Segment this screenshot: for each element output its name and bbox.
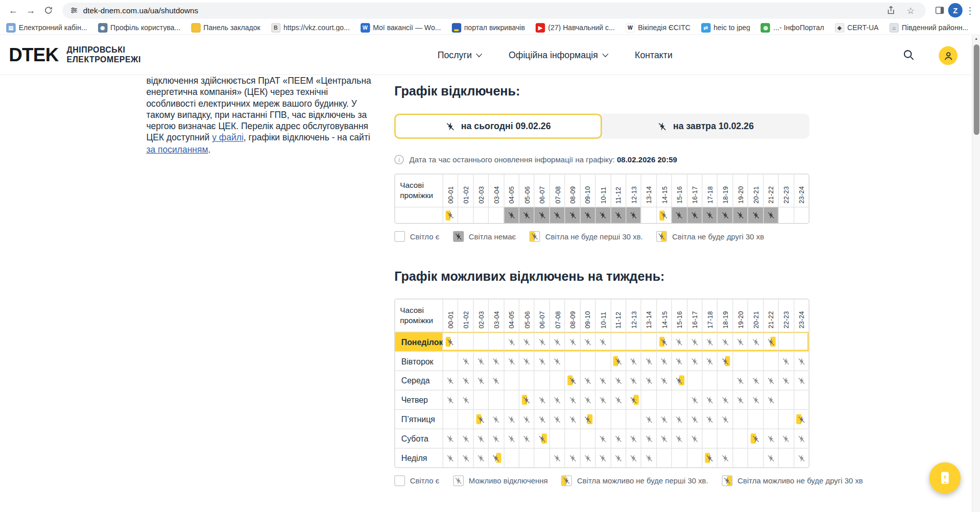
outage-icon [689,210,700,221]
update-info: i Дата та час останнього оновлення інфор… [394,155,809,164]
schedule-cell [748,448,763,468]
side-panel-button[interactable] [932,3,947,18]
schedule-cell [732,390,748,409]
bookmark-item[interactable]: WВікіпедія ЄСІТС [626,23,690,32]
address-bar[interactable]: dtek-dnem.com.ua/ua/shutdowns ☆ [62,2,925,18]
schedule-cell [488,351,504,371]
search-button[interactable] [900,46,917,64]
outage-icon [720,453,730,463]
schedule-cell [473,207,488,223]
bookmark-item[interactable]: ▶(27) Навчальний с... [536,23,615,32]
schedule-cell [626,371,641,390]
weekly-legend: Світло єМожливо відключенняСвітла можлив… [394,475,809,486]
schedule-cell [656,429,672,448]
time-slot-label: 17-18 [702,299,717,332]
outage-icon [689,337,700,347]
empty-label-cell [395,207,442,223]
schedule-cell [778,207,794,223]
outage-icon [689,356,700,367]
time-slot-label: 01-02 [458,299,473,332]
outage-first30-icon [797,414,807,424]
schedule-cell [702,332,717,351]
time-slot-label: 18-19 [717,174,732,207]
schedule-cell [595,371,610,390]
site-info-icon[interactable] [70,6,78,14]
nav-item-1[interactable]: Послуги [438,50,481,60]
cek-text-3: . [208,144,211,154]
schedule-cell [534,448,549,468]
schedule-cell [794,332,809,351]
time-slot-label: 22-23 [778,299,794,332]
bookmark-item[interactable]: ◆CERT-UA [834,23,878,32]
bookmark-item[interactable]: ⌂Південний районн... [889,23,968,32]
forward-button[interactable]: → [22,2,39,18]
user-account-button[interactable] [939,46,958,65]
nav-item-2[interactable]: Офіційна інформація [509,50,607,60]
outage-icon [644,433,654,444]
bookmark-item[interactable]: ⇄heic to jpeg [701,23,750,32]
bookmark-item[interactable]: Вhttps://vkz.court.go... [271,23,350,32]
outage-icon [507,356,517,367]
outage-icon [598,433,608,444]
outage-first30-icon [445,337,456,347]
schedule-cell [626,207,641,223]
time-slot-label: 19-20 [732,299,748,332]
schedule-cell [580,351,595,371]
chat-button[interactable] [929,462,961,494]
time-slot-label: 02-03 [473,174,488,207]
browser-menu-button[interactable]: ⋮ [964,5,976,16]
schedule-cell [610,351,626,371]
dtek-logo[interactable]: DTEK [9,44,59,65]
schedule-cell [565,332,580,351]
file-link[interactable]: у файлі [212,133,244,143]
week-row: Вівторок [395,351,808,371]
outage-icon [629,356,639,367]
outage-icon [552,356,562,367]
bookmark-item[interactable]: ◍...- ІнфоПортал [761,23,824,32]
bookmark-item[interactable]: ◉Профіль користува... [98,23,181,32]
browser-profile-avatar[interactable]: Z [948,3,963,17]
outage-first30-icon [613,356,624,367]
legend-label: Світло є [410,232,439,241]
schedule-cell [565,351,580,371]
chevron-down-icon [602,51,608,57]
outage-icon [720,337,730,347]
bookmark-star-button[interactable]: ☆ [903,3,918,18]
reload-button[interactable] [40,2,56,18]
schedule-cell [595,390,610,409]
chevron-down-icon [476,51,482,57]
schedule-cell [732,429,748,448]
time-slot-label: 21-22 [763,174,778,207]
bookmark-item[interactable]: ▂портал викривачів [451,23,525,32]
tab-today[interactable]: на сьогодні 09.02.26 [394,114,602,139]
schedule-cell [702,351,717,371]
legend-item: Світла немає [453,231,516,242]
schedule-cell [534,207,549,223]
share-button[interactable] [883,3,898,18]
schedule-cell [763,207,778,223]
scrollbar[interactable]: ▲ [972,35,980,512]
schedule-cell [794,409,809,429]
scrollbar-thumb[interactable] [974,44,979,135]
bookmark-item[interactable]: Панель закладок [191,23,260,32]
time-slot-label: 00-01 [442,174,458,207]
back-button[interactable]: ← [5,2,21,18]
outage-icon [567,210,578,221]
nav-item-3[interactable]: Контакти [635,50,673,60]
scroll-up-arrow[interactable]: ▲ [972,35,980,41]
schedule-cell [763,448,778,468]
schedule-cell [519,409,534,429]
bookmark-item[interactable]: WМої вакансії — Wo... [361,23,441,32]
schedule-cell [473,351,488,371]
schedule-cell [458,390,473,409]
outage-icon [659,414,670,424]
bookmark-item[interactable]: ▤Електронний кабін... [6,23,87,32]
outage-icon [797,376,807,386]
tab-tomorrow[interactable]: на завтра 10.02.26 [602,114,809,139]
outage-icon [781,433,792,444]
time-slot-label: 15-16 [672,174,687,207]
converter-icon: ⇄ [701,23,710,32]
schedule-cell [565,429,580,448]
schedule-cell [656,409,672,429]
external-site-link[interactable]: за посиланням [146,144,208,154]
